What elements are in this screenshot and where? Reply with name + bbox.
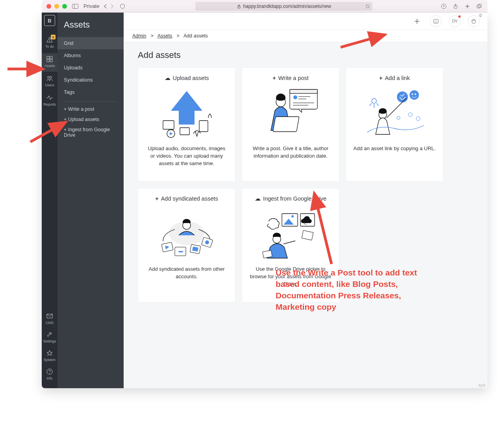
sidebar-title: Assets	[57, 18, 124, 37]
inbox-button[interactable]	[430, 15, 442, 27]
users-icon	[46, 75, 53, 82]
new-tab-icon[interactable]	[465, 4, 471, 9]
svg-rect-10	[50, 56, 52, 59]
rail-item-reports[interactable]: Reports	[42, 92, 57, 110]
page-title: Add assets	[138, 50, 473, 60]
basket-icon	[471, 18, 477, 24]
card-title-text: Add a link	[385, 75, 410, 81]
breadcrumb-admin[interactable]: Admin	[132, 33, 146, 39]
svg-rect-27	[180, 128, 189, 135]
svg-rect-36	[273, 117, 299, 132]
svg-point-39	[411, 93, 413, 95]
illustration-syndicated	[153, 206, 220, 261]
card-desc: Write a post. Give it a title, author in…	[249, 145, 332, 160]
svg-rect-60	[263, 250, 272, 258]
svg-point-40	[415, 93, 416, 95]
sidebar-item-albums[interactable]: Albums	[57, 49, 124, 61]
plus-icon: +	[155, 195, 158, 202]
svg-point-41	[372, 99, 376, 103]
svg-point-30	[293, 95, 297, 99]
shield-icon[interactable]	[118, 3, 127, 10]
sidebar-action-write-post[interactable]: + Write a post	[57, 104, 124, 114]
notification-dot-icon	[458, 15, 461, 18]
tabs-icon[interactable]	[476, 4, 483, 9]
add-button[interactable]	[411, 15, 423, 27]
rail-item-system[interactable]: System	[42, 347, 57, 366]
svg-marker-16	[47, 350, 52, 355]
svg-rect-6	[478, 4, 482, 7]
sidebar-item-grid[interactable]: Grid	[57, 37, 124, 49]
svg-rect-24	[199, 121, 208, 132]
card-upload-assets[interactable]: ☁Upload assets Upload audio, document	[138, 67, 235, 182]
rail-label: Users	[45, 83, 54, 87]
chevron-left-icon[interactable]	[103, 4, 107, 9]
sidebar-toggle-icon[interactable]	[71, 3, 80, 10]
sidebar-action-ingest-drive[interactable]: + Ingest from Google Drive	[57, 125, 124, 140]
sidebar-action-upload-assets[interactable]: + Upload assets	[57, 114, 124, 125]
nav-back-forward[interactable]	[103, 4, 114, 9]
grid-icon	[46, 56, 53, 63]
card-syndicated[interactable]: +Add syndicated assets	[138, 188, 235, 302]
card-desc: Add an asset link by copying a URL.	[354, 145, 436, 153]
rail-item-assets[interactable]: Assets	[42, 53, 57, 72]
svg-point-44	[397, 116, 400, 119]
illustration-write-post	[257, 85, 324, 140]
svg-point-57	[291, 215, 294, 218]
url-text: happy.brandkitapp.com/admin/assets/new	[243, 4, 331, 9]
breadcrumb: Admin > Assets > Add assets	[124, 30, 487, 42]
maximize-window-icon[interactable]	[62, 4, 67, 9]
avatar-button[interactable]: DV	[449, 15, 461, 27]
cloud-icon: ☁	[255, 195, 261, 202]
svg-point-42	[408, 113, 412, 117]
card-desc: Add syndicated assets from other account…	[145, 266, 228, 281]
rail-label: To do	[45, 45, 54, 48]
rail-label: System	[44, 358, 56, 362]
svg-point-17	[47, 369, 52, 374]
chevron-right-icon[interactable]	[110, 4, 114, 9]
rail-item-users[interactable]: Users	[42, 73, 57, 91]
window-traffic-lights[interactable]	[46, 4, 67, 9]
rail-item-info[interactable]: Info	[42, 366, 57, 384]
sidebar-item-syndications[interactable]: Syndications	[57, 74, 124, 86]
sidebar-divider	[64, 101, 117, 102]
close-window-icon[interactable]	[46, 4, 51, 9]
refresh-icon[interactable]	[365, 4, 370, 9]
svg-point-14	[50, 76, 52, 78]
card-write-post[interactable]: +Write a post	[242, 67, 339, 182]
rail-label: Settings	[43, 339, 56, 343]
wrench-icon	[46, 331, 53, 338]
rail-item-todo[interactable]: 9 To do	[42, 34, 57, 52]
svg-point-20	[435, 20, 435, 21]
svg-point-18	[49, 373, 50, 373]
downloads-icon[interactable]	[441, 4, 447, 9]
svg-rect-23	[163, 121, 174, 129]
breadcrumb-assets[interactable]: Assets	[158, 33, 172, 39]
svg-rect-2	[238, 6, 240, 8]
svg-rect-9	[47, 56, 49, 59]
rail-item-cms[interactable]: CMS	[42, 310, 57, 329]
rail-label: Assets	[44, 64, 55, 68]
card-add-link[interactable]: +Add a link	[346, 67, 443, 182]
svg-point-13	[48, 76, 50, 78]
sidebar-item-tags[interactable]: Tags	[57, 86, 124, 98]
help-icon	[46, 368, 53, 375]
sidebar: Assets Grid Albums Uploads Syndications …	[57, 13, 124, 388]
share-icon[interactable]	[453, 4, 459, 9]
content-area: DV 0 Admin > Assets > Add assets Add ass…	[124, 13, 487, 388]
browser-chrome: Private happy.brandkitapp.com/admin/asse…	[42, 0, 487, 13]
footer-tag: syd	[478, 383, 485, 387]
private-label: Private	[83, 3, 99, 9]
plus-icon	[414, 18, 420, 24]
minimize-window-icon[interactable]	[54, 4, 59, 9]
svg-rect-5	[477, 5, 480, 8]
sidebar-item-uploads[interactable]: Uploads	[57, 61, 124, 74]
svg-point-43	[416, 117, 420, 121]
app-logo-icon[interactable]: B	[44, 15, 55, 26]
svg-rect-0	[72, 4, 78, 8]
rail-item-settings[interactable]: Settings	[42, 329, 57, 347]
basket-button[interactable]: 0	[468, 15, 480, 27]
inbox-icon	[433, 18, 439, 24]
url-bar[interactable]: happy.brandkitapp.com/admin/assets/new	[195, 2, 372, 11]
cloud-upload-icon: ☁	[165, 75, 170, 81]
app-window: B 9 To do Assets Users Reports CMS Setti…	[42, 13, 487, 388]
